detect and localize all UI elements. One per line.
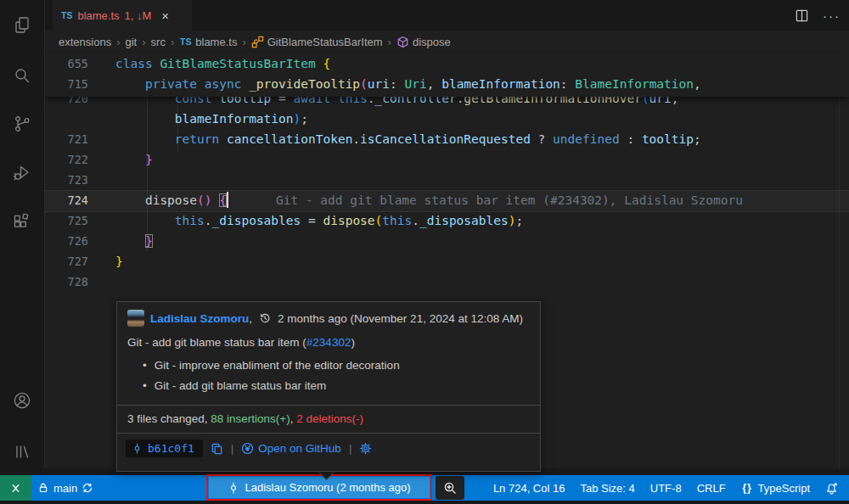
status-bar: main Ladislau Szomoru (2 months ago) Ln …	[0, 475, 849, 501]
chevron-right-icon: ›	[242, 36, 245, 48]
copy-icon[interactable]	[211, 442, 223, 455]
line-number[interactable]: 726	[44, 231, 88, 251]
code-text: }	[115, 149, 849, 170]
close-icon[interactable]: ×	[161, 9, 169, 22]
breadcrumb-item-dispose[interactable]: dispose	[396, 36, 451, 48]
blame-status-label: Ladislau Szomoru (2 months ago)	[245, 481, 410, 494]
line-number[interactable]: 728	[44, 272, 88, 292]
status-label: TypeScript	[758, 482, 810, 495]
code-line-726[interactable]: 726 }	[44, 231, 849, 251]
activity-run-debug[interactable]	[12, 162, 32, 182]
source-control-icon	[12, 114, 32, 134]
zoom-in-icon	[443, 481, 457, 495]
commit-message-text: Git - add git blame status bar item (	[127, 336, 306, 349]
chevron-right-icon: ›	[142, 36, 145, 48]
code-line-655[interactable]: 655class GitBlameStatusBarItem {	[44, 53, 849, 74]
extensions-icon	[12, 212, 32, 232]
code-text: class GitBlameStatusBarItem {	[115, 53, 849, 74]
branch-status-item[interactable]: main	[37, 475, 93, 501]
avatar	[127, 310, 144, 327]
line-number[interactable]: 725	[44, 210, 88, 231]
status-encoding[interactable]: UTF-8	[643, 475, 689, 501]
line-number[interactable]: 715	[44, 74, 88, 94]
activity-explorer[interactable]	[12, 15, 32, 36]
breadcrumb-item-blame-ts[interactable]: TSblame.ts	[179, 36, 237, 48]
activity-library[interactable]	[12, 442, 32, 462]
line-number[interactable]: 727	[44, 251, 88, 272]
breadcrumb-label: blame.ts	[195, 36, 237, 48]
status-cursor-position[interactable]: Ln 724, Col 16	[486, 475, 573, 501]
history-icon	[259, 312, 271, 324]
code-line-727[interactable]: 727}	[44, 251, 849, 272]
breadcrumb: extensions›git›src›TSblame.ts›GitBlameSt…	[45, 31, 849, 53]
typescript-file-icon: TS	[61, 10, 72, 20]
breadcrumb-label: git	[126, 36, 138, 48]
line-number[interactable]: 722	[44, 149, 88, 170]
lock-icon	[37, 482, 49, 494]
commit-bullet: Git - improve enabliment of the editor d…	[143, 356, 540, 376]
gear-icon[interactable]	[359, 442, 372, 455]
line-number[interactable]: 655	[44, 53, 88, 74]
diff-stat-ins: 88 insertions(+)	[211, 412, 290, 425]
scrollbar[interactable]	[839, 53, 840, 472]
symbol-class-icon	[251, 36, 264, 48]
more-actions-icon[interactable]: ···	[823, 8, 841, 23]
zoom-annotation-button[interactable]	[436, 476, 464, 500]
status-label: Ln 724, Col 16	[493, 482, 565, 495]
author-link[interactable]: Ladislau Szomoru	[150, 312, 249, 325]
commit-message: Git - add git blame status bar item (#23…	[117, 333, 540, 354]
blame-status-item[interactable]: Ladislau Szomoru (2 months ago)	[209, 477, 430, 498]
code-line-728[interactable]: 728	[44, 272, 849, 292]
code-line-723[interactable]: 723	[44, 170, 849, 190]
hover-header: Ladislau Szomoru, 2 months ago (November…	[117, 302, 540, 333]
code-line-722[interactable]: 722 }	[44, 149, 849, 170]
tab-blame-ts[interactable]: TS blame.ts 1, ↓M ×	[53, 0, 192, 31]
line-number[interactable]: 724	[44, 190, 88, 210]
line-number[interactable]: 723	[44, 170, 88, 190]
activity-accounts[interactable]	[12, 390, 32, 411]
status-eol[interactable]: CRLF	[689, 475, 734, 501]
separator: |	[349, 442, 352, 455]
sync-icon	[82, 482, 93, 494]
sticky-scroll[interactable]: 655class GitBlameStatusBarItem {715 priv…	[44, 53, 849, 97]
comma: ,	[249, 312, 252, 325]
code-line-725[interactable]: 725 this._disposables = dispose(this._di…	[44, 210, 849, 231]
hover-footer: b61c0f1 | Open on GitHub |	[117, 434, 540, 463]
code-line-724[interactable]: 724 dispose() {Git - add git blame statu…	[44, 190, 849, 210]
remote-indicator[interactable]	[0, 475, 31, 501]
status-tab-size[interactable]: Tab Size: 4	[572, 475, 642, 501]
breadcrumb-item-git[interactable]: git	[126, 36, 138, 48]
breadcrumb-item-src[interactable]: src	[151, 36, 166, 48]
branch-name: main	[53, 482, 77, 495]
files-icon	[12, 15, 32, 36]
activity-extensions[interactable]	[12, 212, 32, 232]
status-language-mode[interactable]: {}TypeScript	[734, 475, 818, 501]
tab-bar: TS blame.ts 1, ↓M × ···	[45, 0, 849, 31]
open-on-github-link[interactable]: Open on GitHub	[241, 442, 341, 455]
code-text: }	[115, 231, 849, 251]
line-number[interactable]: 721	[44, 129, 88, 149]
activity-source-control[interactable]	[12, 114, 32, 134]
open-on-github-label: Open on GitHub	[258, 442, 341, 455]
search-icon	[12, 65, 32, 86]
chevron-right-icon: ›	[116, 36, 120, 48]
split-editor-icon[interactable]	[795, 9, 809, 22]
commit-hash-pill[interactable]: b61c0f1	[126, 440, 203, 457]
activity-search[interactable]	[12, 65, 32, 86]
code-line-wrap[interactable]: blameInformation);	[44, 109, 849, 129]
status-notifications[interactable]	[818, 475, 846, 501]
inline-blame-decoration[interactable]: Git - add git blame status bar item (#23…	[276, 193, 743, 207]
breadcrumb-label: dispose	[413, 36, 451, 48]
code-line-715[interactable]: 715 private async _provideTooltip(uri: U…	[44, 74, 849, 94]
issue-link[interactable]: #234302	[306, 336, 351, 349]
breadcrumb-label: extensions	[59, 36, 111, 48]
breadcrumb-item-extensions[interactable]: extensions	[59, 36, 111, 48]
code-line-721[interactable]: 721 return cancellationToken.isCancellat…	[44, 129, 849, 149]
breadcrumb-item-gitblamestatusbaritem[interactable]: GitBlameStatusBarItem	[251, 36, 383, 48]
ts-icon: TS	[179, 36, 192, 48]
breadcrumb-label: src	[151, 36, 166, 48]
code-text: dispose() {Git - add git blame status ba…	[115, 190, 849, 210]
tab-label: blame.ts	[77, 9, 119, 22]
diff-stat-del: 2 deletions(-)	[296, 412, 363, 425]
remote-icon	[9, 482, 22, 495]
